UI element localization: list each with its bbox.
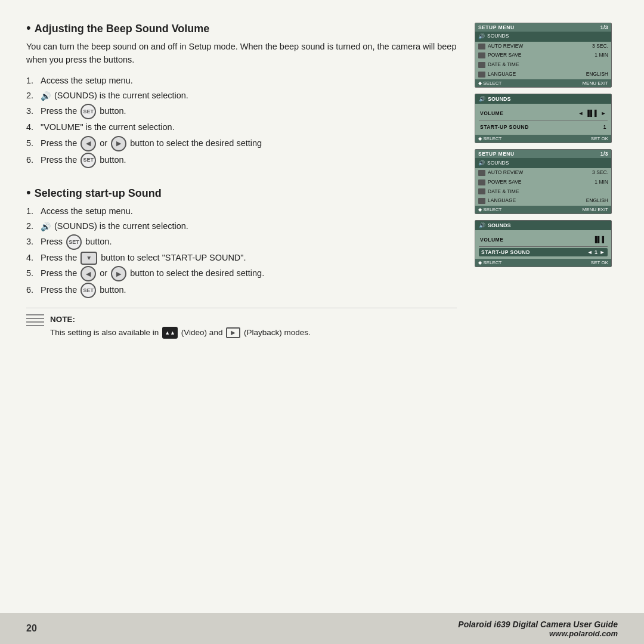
note-line-3 — [26, 321, 44, 323]
step-2-4: 4. Press the ▼ button to select "START-U… — [26, 251, 457, 265]
lcd-screen3-row-autoreview: AUTO REVIEW 3 SEC. — [475, 168, 611, 178]
note-line-2 — [26, 318, 44, 319]
bullet-dot-2: • — [26, 186, 31, 199]
lcd-screen2-header: 🔊 SOUNDS — [475, 94, 611, 104]
lcd-divider-s2 — [479, 120, 608, 120]
section1-heading-container: • Adjusting the Beep Sound Volume — [26, 21, 457, 40]
lcd-screen1-row-language: LANGUAGE ENGLISH — [475, 70, 611, 79]
lcd-screen4-footer: ◆ SELECT SET OK — [475, 259, 611, 267]
lcd-screen3-footer: ◆ SELECT MENU EXIT — [475, 206, 611, 213]
lcd-screen1-row-powersave: POWER SAVE 1 MIN — [475, 51, 611, 60]
footer-right: Polaroid i639 Digital Camera User Guide … — [458, 620, 618, 638]
lcd-screen1-row-autoreview: AUTO REVIEW 3 SEC. — [475, 42, 611, 51]
lcd-screen-1: SETUP MENU 1/3 🔊 SOUNDS AUTO REVIEW 3 SE… — [475, 23, 612, 88]
right-column: SETUP MENU 1/3 🔊 SOUNDS AUTO REVIEW 3 SE… — [475, 21, 618, 342]
playback-mode-icon: ▶ — [226, 327, 240, 338]
lcd-screen1-header: SETUP MENU 1/3 — [475, 23, 611, 32]
page-footer: 20 Polaroid i639 Digital Camera User Gui… — [0, 613, 644, 644]
step-1-1: 1. Access the setup menu. — [26, 74, 457, 88]
set-button-2: SET — [80, 153, 96, 168]
note-line-1 — [26, 314, 44, 315]
footer-title: Polaroid i639 Digital Camera User Guide — [458, 620, 618, 629]
lcd-screen4-startup-row: START-UP SOUND ◄ 1 ► — [479, 248, 608, 256]
note-label: NOTE: — [50, 315, 75, 324]
step-1-5: 5. Press the ◀ or ▶ button to select the… — [26, 136, 457, 151]
note-text: NOTE: This setting is also available in … — [50, 313, 311, 339]
step-2-6: 6. Press the SET button. — [26, 283, 457, 298]
lcd-screen4-volume-row: VOLUME ▐▌▌ — [479, 234, 608, 245]
globe-icon-s3 — [478, 198, 485, 204]
step-2-1: 1. Access the setup menu. — [26, 205, 457, 218]
lcd-screen3-header: SETUP MENU 1/3 — [475, 150, 611, 158]
sounds-icon-s1: 🔊 — [478, 33, 485, 41]
volume-bar: ▐▌▌ — [586, 110, 599, 116]
power-icon-s3 — [478, 179, 485, 185]
left-column: • Adjusting the Beep Sound Volume You ca… — [26, 21, 463, 342]
note-line-4 — [26, 325, 44, 326]
globe-icon-s1 — [478, 72, 485, 78]
lcd-divider-s4 — [479, 246, 608, 247]
step-1-6: 6. Press the SET button. — [26, 153, 457, 168]
volume-arrow-controls: ◄ ▐▌▌ ► — [578, 110, 606, 116]
note-icon-container — [26, 313, 44, 326]
sounds-icon-s4: 🔊 — [479, 222, 485, 228]
down-button: ▼ — [80, 252, 97, 265]
section1-heading: Adjusting the Beep Sound Volume — [35, 23, 210, 35]
set-button-1: SET — [80, 104, 96, 119]
step-2-3: 3. Press SET button. — [26, 234, 457, 250]
nav-left-btn-2: ◀ — [80, 266, 96, 281]
sound-icon-2: 🔊 — [41, 220, 51, 233]
sounds-icon-s3: 🔊 — [478, 159, 485, 167]
nav-left-btn-1: ◀ — [80, 136, 96, 151]
lcd-screen1-row-datetime: DATE & TIME — [475, 60, 611, 70]
step-1-2: 2. 🔊 (SOUNDS) is the current selection. — [26, 89, 457, 103]
lcd-screen-4: 🔊 SOUNDS VOLUME ▐▌▌ START-UP SOUND ◄ 1 — [475, 220, 612, 267]
lcd-screen-3: SETUP MENU 1/3 🔊 SOUNDS AUTO REVIEW 3 SE… — [475, 149, 612, 214]
lcd-screen3-row-language: LANGUAGE ENGLISH — [475, 196, 611, 206]
footer-url: www.polaroid.com — [458, 629, 618, 638]
lcd-screen4-header: 🔊 SOUNDS — [475, 221, 611, 230]
video-mode-icon: ▲▲ — [162, 327, 178, 339]
section2-heading-container: • Selecting start-up Sound — [26, 186, 457, 205]
footer-page-number: 20 — [26, 623, 37, 634]
nav-right-btn-2: ▶ — [111, 266, 126, 281]
section2-steps: 1. Access the setup menu. 2. 🔊 (SOUNDS) … — [26, 205, 457, 299]
lcd-screen-2: 🔊 SOUNDS VOLUME ◄ ▐▌▌ ► START-UP SO — [475, 94, 612, 143]
startup-arrow-controls: ◄ 1 ► — [587, 249, 605, 255]
lcd-screen1-footer: ◆ SELECT MENU EXIT — [475, 79, 611, 87]
lcd-screen2-body: VOLUME ◄ ▐▌▌ ► START-UP SOUND 1 — [475, 104, 611, 135]
step-1-3: 3. Press the SET button. — [26, 104, 457, 119]
bullet-dot-1: • — [26, 21, 31, 35]
set-button-3: SET — [66, 234, 82, 250]
lcd-screen3-row-sounds: 🔊 SOUNDS — [475, 158, 611, 168]
film-icon-s1 — [478, 44, 485, 49]
clock-icon-s3 — [478, 188, 485, 194]
step-2-5: 5. Press the ◀ or ▶ button to select the… — [26, 266, 457, 281]
lcd-screen1-row-sounds: 🔊 SOUNDS — [475, 32, 611, 42]
note-box: NOTE: This setting is also available in … — [26, 308, 457, 341]
page: • Adjusting the Beep Sound Volume You ca… — [0, 0, 644, 644]
section1-steps: 1. Access the setup menu. 2. 🔊 (SOUNDS) … — [26, 74, 457, 168]
step-1-4: 4. "VOLUME" is the current selection. — [26, 120, 457, 134]
section1-intro: You can turn the beep sound on and off i… — [26, 40, 457, 67]
main-content: • Adjusting the Beep Sound Volume You ca… — [26, 21, 618, 342]
set-button-4: SET — [80, 283, 96, 298]
clock-icon-s1 — [478, 62, 485, 68]
lcd-screen4-body: VOLUME ▐▌▌ START-UP SOUND ◄ 1 ► — [475, 230, 611, 259]
lcd-screen2-volume-row: VOLUME ◄ ▐▌▌ ► — [479, 107, 608, 119]
sound-icon-1: 🔊 — [41, 89, 51, 103]
lcd-screen2-startup-row: START-UP SOUND 1 — [479, 122, 608, 132]
section2-heading: Selecting start-up Sound — [35, 187, 162, 200]
sounds-icon-s2: 🔊 — [479, 96, 485, 102]
lcd-screen3-row-datetime: DATE & TIME — [475, 187, 611, 197]
film-icon-s3 — [478, 170, 485, 176]
power-icon-s1 — [478, 52, 485, 58]
lcd-screen2-footer: ◆ SELECT SET OK — [475, 135, 611, 143]
volume-bar-s4: ▐▌▌ — [593, 236, 606, 243]
nav-right-btn-1: ▶ — [111, 136, 126, 151]
lcd-screen3-row-powersave: POWER SAVE 1 MIN — [475, 178, 611, 187]
step-2-2: 2. 🔊 (SOUNDS) is the current selection. — [26, 219, 457, 233]
